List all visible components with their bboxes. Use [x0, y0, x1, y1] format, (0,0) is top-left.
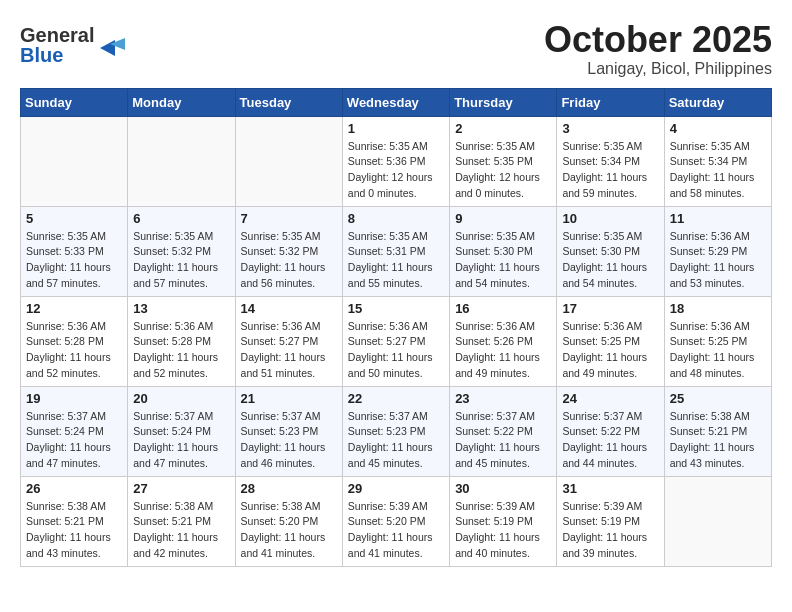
calendar-cell: 29Sunrise: 5:39 AMSunset: 5:20 PMDayligh…: [342, 476, 449, 566]
day-info: Sunrise: 5:35 AMSunset: 5:30 PMDaylight:…: [562, 229, 658, 292]
title-block: October 2025 Lanigay, Bicol, Philippines: [544, 20, 772, 78]
day-number: 6: [133, 211, 229, 226]
calendar-cell: 7Sunrise: 5:35 AMSunset: 5:32 PMDaylight…: [235, 206, 342, 296]
calendar-cell: 28Sunrise: 5:38 AMSunset: 5:20 PMDayligh…: [235, 476, 342, 566]
day-info: Sunrise: 5:37 AMSunset: 5:23 PMDaylight:…: [241, 409, 337, 472]
calendar-cell: 14Sunrise: 5:36 AMSunset: 5:27 PMDayligh…: [235, 296, 342, 386]
day-number: 30: [455, 481, 551, 496]
day-info: Sunrise: 5:39 AMSunset: 5:19 PMDaylight:…: [562, 499, 658, 562]
day-info: Sunrise: 5:35 AMSunset: 5:32 PMDaylight:…: [133, 229, 229, 292]
day-number: 25: [670, 391, 766, 406]
calendar-cell: 17Sunrise: 5:36 AMSunset: 5:25 PMDayligh…: [557, 296, 664, 386]
day-number: 17: [562, 301, 658, 316]
calendar-week-5: 26Sunrise: 5:38 AMSunset: 5:21 PMDayligh…: [21, 476, 772, 566]
day-info: Sunrise: 5:35 AMSunset: 5:36 PMDaylight:…: [348, 139, 444, 202]
day-number: 21: [241, 391, 337, 406]
calendar-cell: [664, 476, 771, 566]
day-info: Sunrise: 5:35 AMSunset: 5:31 PMDaylight:…: [348, 229, 444, 292]
day-number: 19: [26, 391, 122, 406]
weekday-header-tuesday: Tuesday: [235, 88, 342, 116]
calendar-cell: 22Sunrise: 5:37 AMSunset: 5:23 PMDayligh…: [342, 386, 449, 476]
calendar-cell: 19Sunrise: 5:37 AMSunset: 5:24 PMDayligh…: [21, 386, 128, 476]
day-info: Sunrise: 5:39 AMSunset: 5:19 PMDaylight:…: [455, 499, 551, 562]
day-number: 28: [241, 481, 337, 496]
calendar-cell: 16Sunrise: 5:36 AMSunset: 5:26 PMDayligh…: [450, 296, 557, 386]
day-number: 31: [562, 481, 658, 496]
logo: General Blue: [20, 20, 130, 74]
calendar-cell: 27Sunrise: 5:38 AMSunset: 5:21 PMDayligh…: [128, 476, 235, 566]
day-number: 8: [348, 211, 444, 226]
calendar-cell: 21Sunrise: 5:37 AMSunset: 5:23 PMDayligh…: [235, 386, 342, 476]
calendar-cell: [128, 116, 235, 206]
calendar-cell: 9Sunrise: 5:35 AMSunset: 5:30 PMDaylight…: [450, 206, 557, 296]
day-number: 27: [133, 481, 229, 496]
calendar-cell: 20Sunrise: 5:37 AMSunset: 5:24 PMDayligh…: [128, 386, 235, 476]
day-number: 15: [348, 301, 444, 316]
day-number: 5: [26, 211, 122, 226]
day-info: Sunrise: 5:36 AMSunset: 5:28 PMDaylight:…: [133, 319, 229, 382]
day-info: Sunrise: 5:36 AMSunset: 5:25 PMDaylight:…: [670, 319, 766, 382]
day-info: Sunrise: 5:36 AMSunset: 5:27 PMDaylight:…: [348, 319, 444, 382]
logo-text: General Blue: [20, 20, 130, 74]
day-info: Sunrise: 5:36 AMSunset: 5:25 PMDaylight:…: [562, 319, 658, 382]
day-info: Sunrise: 5:39 AMSunset: 5:20 PMDaylight:…: [348, 499, 444, 562]
calendar-cell: 18Sunrise: 5:36 AMSunset: 5:25 PMDayligh…: [664, 296, 771, 386]
weekday-header-friday: Friday: [557, 88, 664, 116]
calendar-cell: 23Sunrise: 5:37 AMSunset: 5:22 PMDayligh…: [450, 386, 557, 476]
day-info: Sunrise: 5:35 AMSunset: 5:34 PMDaylight:…: [670, 139, 766, 202]
day-number: 2: [455, 121, 551, 136]
day-info: Sunrise: 5:37 AMSunset: 5:22 PMDaylight:…: [455, 409, 551, 472]
calendar-week-1: 1Sunrise: 5:35 AMSunset: 5:36 PMDaylight…: [21, 116, 772, 206]
day-number: 26: [26, 481, 122, 496]
day-info: Sunrise: 5:37 AMSunset: 5:24 PMDaylight:…: [133, 409, 229, 472]
day-info: Sunrise: 5:38 AMSunset: 5:21 PMDaylight:…: [133, 499, 229, 562]
day-info: Sunrise: 5:35 AMSunset: 5:33 PMDaylight:…: [26, 229, 122, 292]
calendar-cell: 1Sunrise: 5:35 AMSunset: 5:36 PMDaylight…: [342, 116, 449, 206]
day-info: Sunrise: 5:35 AMSunset: 5:32 PMDaylight:…: [241, 229, 337, 292]
day-info: Sunrise: 5:38 AMSunset: 5:21 PMDaylight:…: [670, 409, 766, 472]
calendar-cell: 2Sunrise: 5:35 AMSunset: 5:35 PMDaylight…: [450, 116, 557, 206]
calendar-cell: 31Sunrise: 5:39 AMSunset: 5:19 PMDayligh…: [557, 476, 664, 566]
day-info: Sunrise: 5:36 AMSunset: 5:28 PMDaylight:…: [26, 319, 122, 382]
calendar-cell: 12Sunrise: 5:36 AMSunset: 5:28 PMDayligh…: [21, 296, 128, 386]
day-info: Sunrise: 5:36 AMSunset: 5:29 PMDaylight:…: [670, 229, 766, 292]
calendar-cell: 8Sunrise: 5:35 AMSunset: 5:31 PMDaylight…: [342, 206, 449, 296]
day-number: 11: [670, 211, 766, 226]
weekday-header-row: SundayMondayTuesdayWednesdayThursdayFrid…: [21, 88, 772, 116]
day-info: Sunrise: 5:35 AMSunset: 5:34 PMDaylight:…: [562, 139, 658, 202]
calendar-cell: [21, 116, 128, 206]
day-info: Sunrise: 5:37 AMSunset: 5:24 PMDaylight:…: [26, 409, 122, 472]
day-number: 13: [133, 301, 229, 316]
calendar-cell: 11Sunrise: 5:36 AMSunset: 5:29 PMDayligh…: [664, 206, 771, 296]
day-info: Sunrise: 5:36 AMSunset: 5:27 PMDaylight:…: [241, 319, 337, 382]
svg-text:General: General: [20, 24, 94, 46]
day-number: 7: [241, 211, 337, 226]
weekday-header-thursday: Thursday: [450, 88, 557, 116]
day-info: Sunrise: 5:38 AMSunset: 5:21 PMDaylight:…: [26, 499, 122, 562]
page-header: General Blue October 2025 Lanigay, Bicol…: [20, 20, 772, 78]
day-info: Sunrise: 5:35 AMSunset: 5:35 PMDaylight:…: [455, 139, 551, 202]
calendar-table: SundayMondayTuesdayWednesdayThursdayFrid…: [20, 88, 772, 567]
svg-marker-2: [100, 40, 115, 56]
calendar-cell: 6Sunrise: 5:35 AMSunset: 5:32 PMDaylight…: [128, 206, 235, 296]
day-number: 18: [670, 301, 766, 316]
day-number: 1: [348, 121, 444, 136]
day-number: 23: [455, 391, 551, 406]
calendar-week-4: 19Sunrise: 5:37 AMSunset: 5:24 PMDayligh…: [21, 386, 772, 476]
day-number: 24: [562, 391, 658, 406]
calendar-week-3: 12Sunrise: 5:36 AMSunset: 5:28 PMDayligh…: [21, 296, 772, 386]
day-number: 20: [133, 391, 229, 406]
day-number: 14: [241, 301, 337, 316]
day-info: Sunrise: 5:35 AMSunset: 5:30 PMDaylight:…: [455, 229, 551, 292]
calendar-cell: 13Sunrise: 5:36 AMSunset: 5:28 PMDayligh…: [128, 296, 235, 386]
day-number: 16: [455, 301, 551, 316]
location-title: Lanigay, Bicol, Philippines: [544, 60, 772, 78]
calendar-cell: 4Sunrise: 5:35 AMSunset: 5:34 PMDaylight…: [664, 116, 771, 206]
day-info: Sunrise: 5:37 AMSunset: 5:22 PMDaylight:…: [562, 409, 658, 472]
calendar-cell: 30Sunrise: 5:39 AMSunset: 5:19 PMDayligh…: [450, 476, 557, 566]
day-number: 9: [455, 211, 551, 226]
day-number: 29: [348, 481, 444, 496]
day-info: Sunrise: 5:37 AMSunset: 5:23 PMDaylight:…: [348, 409, 444, 472]
calendar-week-2: 5Sunrise: 5:35 AMSunset: 5:33 PMDaylight…: [21, 206, 772, 296]
day-number: 10: [562, 211, 658, 226]
